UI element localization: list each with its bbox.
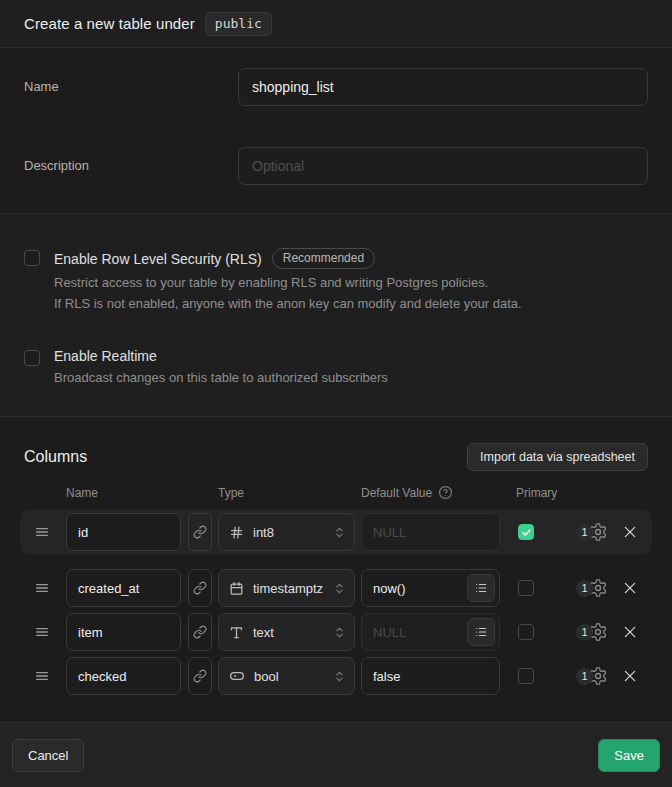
name-field-row: Name (24, 68, 648, 106)
schema-badge: public (205, 12, 272, 36)
toggle-icon (229, 668, 245, 684)
default-value-input[interactable] (361, 513, 500, 551)
column-type-select[interactable]: text (218, 613, 355, 651)
header-default-value: Default Value (361, 486, 432, 500)
column-row-created-at: timestamptz 1 (20, 566, 652, 610)
delete-column-icon[interactable] (622, 524, 638, 540)
default-value-input[interactable] (361, 657, 500, 695)
table-description-input[interactable] (238, 147, 648, 185)
dialog-header: Create a new table under public (0, 0, 672, 48)
suggested-expressions-button[interactable] (467, 574, 495, 602)
chevrons-up-down-icon (333, 582, 346, 595)
realtime-label: Enable Realtime (54, 348, 157, 364)
column-row-checked: bool 1 (20, 654, 652, 698)
drag-handle-icon[interactable] (34, 524, 50, 540)
primary-checkbox[interactable] (518, 524, 534, 540)
dialog-footer: Cancel Save (0, 722, 672, 787)
column-type-label: bool (254, 669, 324, 684)
header-type: Type (218, 486, 361, 500)
chevrons-up-down-icon (333, 626, 346, 639)
cancel-button[interactable]: Cancel (12, 739, 84, 772)
column-settings-button[interactable]: 1 (576, 622, 608, 642)
table-name-input[interactable] (238, 68, 648, 106)
columns-table-headers: Name Type Default Value Primary (20, 485, 652, 500)
column-name-input[interactable] (66, 657, 181, 695)
settings-count-badge: 1 (576, 580, 593, 597)
import-spreadsheet-button[interactable]: Import data via spreadsheet (467, 443, 648, 471)
foreign-key-button[interactable] (188, 613, 212, 651)
description-field-row: Description (24, 147, 648, 185)
column-name-input[interactable] (66, 513, 181, 551)
column-type-label: text (253, 625, 324, 640)
chevrons-up-down-icon (333, 526, 346, 539)
column-type-select[interactable]: timestamptz (218, 569, 355, 607)
delete-column-icon[interactable] (622, 580, 638, 596)
column-settings-button[interactable]: 1 (576, 522, 608, 542)
realtime-checkbox[interactable] (24, 350, 40, 366)
realtime-option: Enable Realtime Broadcast changes on thi… (24, 350, 648, 388)
foreign-key-button[interactable] (188, 513, 212, 551)
rls-option: Enable Row Level Security (RLS) Recommen… (24, 250, 648, 314)
column-type-select[interactable]: int8 (218, 513, 355, 551)
text-type-icon (229, 625, 244, 640)
list-icon (474, 625, 488, 639)
column-settings-button[interactable]: 1 (576, 578, 608, 598)
rls-description-line1: Restrict access to your table by enablin… (54, 272, 648, 293)
primary-checkbox[interactable] (518, 624, 534, 640)
help-icon[interactable] (438, 485, 453, 500)
primary-checkbox[interactable] (518, 668, 534, 684)
column-type-select[interactable]: bool (218, 657, 355, 695)
create-table-dialog: Create a new table under public Name Des… (0, 0, 672, 787)
rls-label: Enable Row Level Security (RLS) (54, 251, 262, 267)
drag-handle-icon[interactable] (34, 668, 50, 684)
column-name-input[interactable] (66, 613, 181, 651)
settings-count-badge: 1 (576, 668, 593, 685)
rls-checkbox[interactable] (24, 250, 40, 266)
column-type-label: timestamptz (253, 581, 324, 596)
description-label: Description (24, 147, 238, 173)
rls-description-line2: If RLS is not enabled, anyone with the a… (54, 293, 648, 314)
settings-count-badge: 1 (576, 524, 593, 541)
delete-column-icon[interactable] (622, 624, 638, 640)
header-name: Name (66, 486, 218, 500)
table-options: Enable Row Level Security (RLS) Recommen… (0, 214, 672, 417)
suggested-expressions-button[interactable] (467, 618, 495, 646)
column-name-input[interactable] (66, 569, 181, 607)
name-label: Name (24, 68, 238, 94)
columns-section: Columns Import data via spreadsheet Name… (0, 417, 672, 722)
chevrons-up-down-icon (333, 670, 346, 683)
column-row-item: text 1 (20, 610, 652, 654)
column-type-label: int8 (253, 525, 324, 540)
drag-handle-icon[interactable] (34, 624, 50, 640)
foreign-key-button[interactable] (188, 657, 212, 695)
column-settings-button[interactable]: 1 (576, 666, 608, 686)
save-button[interactable]: Save (598, 739, 660, 772)
realtime-description: Broadcast changes on this table to autho… (54, 367, 648, 388)
foreign-key-button[interactable] (188, 569, 212, 607)
dialog-title: Create a new table under (24, 15, 195, 32)
calendar-icon (229, 581, 244, 596)
list-icon (474, 581, 488, 595)
delete-column-icon[interactable] (622, 668, 638, 684)
drag-handle-icon[interactable] (34, 580, 50, 596)
header-primary: Primary (516, 486, 576, 500)
column-row-id: int8 1 (20, 510, 652, 554)
recommended-badge: Recommended (272, 248, 375, 269)
table-meta-form: Name Description (0, 48, 672, 214)
primary-checkbox[interactable] (518, 580, 534, 596)
columns-title: Columns (24, 448, 87, 466)
hash-icon (229, 525, 244, 540)
settings-count-badge: 1 (576, 624, 593, 641)
